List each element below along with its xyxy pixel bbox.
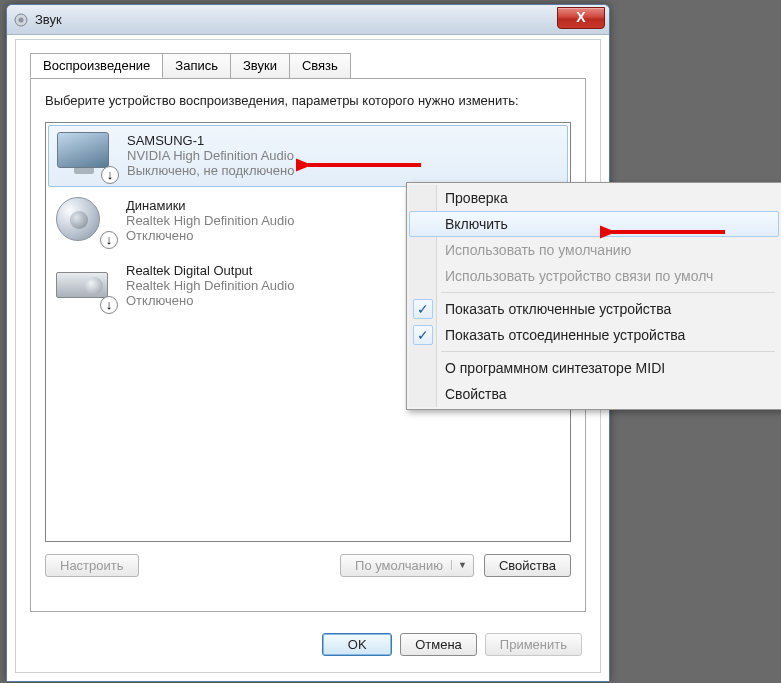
audio-box-icon: ↓	[56, 262, 112, 310]
tab-strip: Воспроизведение Запись Звуки Связь	[30, 52, 600, 77]
disabled-overlay-icon: ↓	[101, 166, 119, 184]
panel-button-row: Настроить По умолчанию ▼ Свойства	[45, 554, 571, 577]
device-controller: Realtek High Definition Audio	[126, 213, 294, 228]
tab-sounds[interactable]: Звуки	[230, 53, 290, 78]
menu-separator	[441, 292, 775, 293]
monitor-icon: ↓	[57, 132, 113, 180]
context-menu: Проверка Включить Использовать по умолча…	[406, 182, 781, 410]
device-status: Отключено	[126, 228, 294, 243]
apply-button[interactable]: Применить	[485, 633, 582, 656]
ok-button[interactable]: OK	[322, 633, 392, 656]
check-icon: ✓	[413, 325, 433, 345]
disabled-overlay-icon: ↓	[100, 231, 118, 249]
sound-icon	[13, 12, 29, 28]
cancel-button[interactable]: Отмена	[400, 633, 477, 656]
device-controller: NVIDIA High Definition Audio	[127, 148, 294, 163]
tab-recording[interactable]: Запись	[162, 53, 231, 78]
close-button[interactable]: X	[557, 7, 605, 29]
instruction-text: Выберите устройство воспроизведения, пар…	[45, 93, 571, 110]
menu-item-enable[interactable]: Включить	[409, 211, 779, 237]
check-icon: ✓	[413, 299, 433, 319]
device-status: Выключено, не подключено	[127, 163, 294, 178]
menu-item-about-midi[interactable]: О программном синтезаторе MIDI	[409, 355, 779, 381]
default-button-label: По умолчанию	[355, 558, 443, 573]
window-title: Звук	[35, 12, 62, 27]
menu-item-show-disconnected[interactable]: ✓ Показать отсоединенные устройства	[409, 322, 779, 348]
tab-playback[interactable]: Воспроизведение	[30, 53, 163, 78]
device-status: Отключено	[126, 293, 294, 308]
default-button[interactable]: По умолчанию ▼	[340, 554, 474, 577]
device-controller: Realtek High Definition Audio	[126, 278, 294, 293]
device-name: Динамики	[126, 198, 294, 213]
properties-button[interactable]: Свойства	[484, 554, 571, 577]
device-name: SAMSUNG-1	[127, 133, 294, 148]
chevron-down-icon: ▼	[451, 560, 467, 570]
menu-item-label: Показать отключенные устройства	[445, 301, 671, 317]
disabled-overlay-icon: ↓	[100, 296, 118, 314]
configure-button[interactable]: Настроить	[45, 554, 139, 577]
menu-item-show-disabled[interactable]: ✓ Показать отключенные устройства	[409, 296, 779, 322]
dialog-button-row: OK Отмена Применить	[322, 633, 582, 656]
menu-separator	[441, 351, 775, 352]
title-bar[interactable]: Звук X	[7, 5, 609, 35]
svg-point-1	[19, 17, 24, 22]
speaker-icon: ↓	[56, 197, 112, 245]
menu-item-test[interactable]: Проверка	[409, 185, 779, 211]
menu-item-properties[interactable]: Свойства	[409, 381, 779, 407]
menu-item-set-default[interactable]: Использовать по умолчанию	[409, 237, 779, 263]
device-item-samsung[interactable]: ↓ SAMSUNG-1 NVIDIA High Definition Audio…	[48, 125, 568, 187]
menu-item-label: Показать отсоединенные устройства	[445, 327, 685, 343]
tab-communications[interactable]: Связь	[289, 53, 351, 78]
menu-item-set-default-comm[interactable]: Использовать устройство связи по умолч	[409, 263, 779, 289]
device-name: Realtek Digital Output	[126, 263, 294, 278]
